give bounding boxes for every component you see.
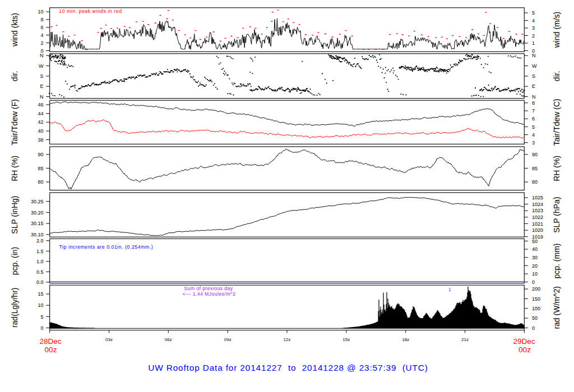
svg-text:30.25: 30.25 — [31, 199, 44, 204]
svg-text:40: 40 — [532, 246, 538, 252]
svg-text:0: 0 — [532, 325, 535, 331]
svg-text:90: 90 — [38, 152, 43, 157]
svg-text:8: 8 — [532, 100, 535, 106]
svg-text:N: N — [532, 94, 536, 100]
svg-text:21z: 21z — [461, 337, 469, 342]
svg-text:80: 80 — [38, 179, 43, 185]
svg-text:rad (W/m^2): rad (W/m^2) — [552, 286, 561, 329]
svg-text:15z: 15z — [342, 337, 350, 342]
svg-text:Tip increments are 0.01in. (0.: Tip increments are 0.01in. (0.254mm.) — [59, 244, 154, 250]
svg-text:40: 40 — [38, 128, 43, 134]
svg-text:46: 46 — [38, 102, 43, 108]
svg-text:5: 5 — [532, 124, 535, 130]
svg-text:rad(Lgly/hr): rad(Lgly/hr) — [10, 288, 19, 328]
svg-text:3: 3 — [532, 25, 535, 31]
svg-text:3: 3 — [532, 140, 535, 146]
svg-text:06z: 06z — [165, 337, 172, 342]
svg-text:1020: 1020 — [532, 227, 543, 233]
svg-text:10: 10 — [38, 9, 43, 15]
svg-text:S: S — [40, 73, 43, 79]
svg-text:1023: 1023 — [532, 208, 543, 213]
svg-text:0.5: 0.5 — [36, 269, 44, 275]
svg-text:0: 0 — [40, 325, 43, 331]
svg-text:20: 20 — [532, 263, 538, 269]
svg-text:85: 85 — [532, 166, 538, 171]
svg-text:SLP (hPa): SLP (hPa) — [552, 197, 561, 232]
svg-text:50: 50 — [532, 315, 538, 321]
svg-text:150: 150 — [532, 296, 540, 302]
svg-text:N: N — [532, 53, 536, 58]
svg-text:8: 8 — [40, 17, 43, 22]
svg-text:SLP (inHg): SLP (inHg) — [10, 195, 19, 234]
svg-text:1.5: 1.5 — [36, 249, 44, 254]
svg-text:RH (%): RH (%) — [10, 156, 19, 181]
svg-text:1: 1 — [532, 40, 535, 46]
svg-text:pcp. (in): pcp. (in) — [10, 247, 19, 276]
svg-text:50: 50 — [532, 239, 538, 244]
svg-text:S: S — [532, 73, 535, 79]
svg-text:4: 4 — [532, 18, 535, 24]
svg-text:18z: 18z — [402, 337, 409, 342]
svg-text:5: 5 — [532, 10, 535, 16]
svg-text:E: E — [40, 83, 43, 89]
svg-text:10 min. peak winds in red: 10 min. peak winds in red — [59, 8, 122, 14]
svg-text:90: 90 — [532, 152, 538, 157]
svg-text:Tair/Tdew (F): Tair/Tdew (F) — [10, 99, 19, 145]
svg-text:00z: 00z — [519, 346, 531, 354]
svg-text:10: 10 — [38, 302, 43, 308]
svg-text:wind (kts): wind (kts) — [10, 13, 19, 47]
svg-text:30.10: 30.10 — [31, 232, 44, 237]
svg-text:00z: 00z — [45, 346, 57, 354]
svg-text:1021: 1021 — [532, 221, 543, 227]
svg-text:12z: 12z — [284, 337, 291, 342]
svg-text:85: 85 — [38, 166, 43, 171]
svg-text:200: 200 — [532, 286, 540, 292]
svg-text:42: 42 — [38, 119, 43, 125]
svg-text:2: 2 — [532, 33, 535, 39]
svg-text:1022: 1022 — [532, 214, 543, 220]
svg-text:1024: 1024 — [532, 202, 543, 207]
svg-text:6: 6 — [532, 116, 535, 122]
svg-text:wind (m/s): wind (m/s) — [552, 12, 561, 49]
svg-text:E: E — [532, 83, 535, 89]
svg-text:10: 10 — [532, 271, 538, 277]
svg-text:03z: 03z — [105, 337, 113, 342]
svg-text:100: 100 — [532, 306, 540, 311]
svg-text:0: 0 — [532, 279, 535, 285]
svg-text:5: 5 — [40, 314, 43, 320]
svg-text:30.15: 30.15 — [31, 221, 44, 226]
svg-text:38: 38 — [38, 137, 43, 143]
svg-text:<--- 1.44 MJoules/m^2: <--- 1.44 MJoules/m^2 — [182, 291, 235, 297]
svg-text:N: N — [40, 94, 44, 100]
svg-text:2: 2 — [40, 40, 43, 46]
svg-text:30.20: 30.20 — [31, 210, 44, 216]
svg-text:80: 80 — [532, 179, 538, 185]
svg-text:N: N — [40, 53, 44, 58]
svg-text:2.0: 2.0 — [36, 238, 44, 244]
svg-text:1: 1 — [448, 287, 451, 292]
svg-text:29Dec: 29Dec — [513, 337, 535, 346]
svg-text:UW Rooftop Data for 20141227: UW Rooftop Data for 20141227 to 20141228… — [148, 363, 428, 372]
svg-text:6: 6 — [40, 25, 43, 30]
svg-text:1025: 1025 — [532, 195, 543, 200]
svg-text:30: 30 — [532, 255, 538, 260]
svg-text:0.0: 0.0 — [36, 279, 44, 285]
svg-text:7: 7 — [532, 108, 535, 114]
svg-text:Tair/Tdew (C): Tair/Tdew (C) — [552, 99, 561, 146]
svg-text:28Dec: 28Dec — [39, 337, 61, 346]
svg-text:W: W — [532, 63, 537, 69]
svg-text:dir.: dir. — [10, 71, 19, 81]
svg-text:RH (%): RH (%) — [552, 156, 561, 181]
svg-text:4: 4 — [40, 32, 43, 38]
svg-text:44: 44 — [38, 111, 43, 116]
svg-text:1.0: 1.0 — [36, 259, 44, 264]
svg-text:15: 15 — [38, 291, 43, 297]
svg-text:Sum of previous day: Sum of previous day — [184, 286, 233, 291]
svg-text:pcp. (mm): pcp. (mm) — [552, 244, 561, 279]
svg-text:4: 4 — [532, 132, 535, 138]
svg-text:09z: 09z — [224, 337, 232, 342]
svg-text:dir.: dir. — [552, 71, 561, 81]
svg-text:W: W — [39, 63, 44, 69]
